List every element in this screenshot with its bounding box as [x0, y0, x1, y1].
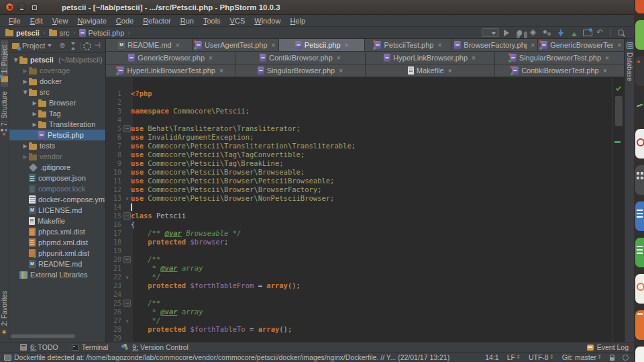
close-icon[interactable]: ×: [337, 54, 341, 62]
window-titlebar[interactable]: petscii - [~/lab/petscii] - .../src/Pets…: [0, 0, 634, 15]
hide-icon[interactable]: [93, 42, 102, 50]
editor-tab[interactable]: HyperLinkBrowser.php×: [366, 52, 495, 64]
project-hscrollbar-thumb[interactable]: [11, 334, 75, 338]
menu-item-window[interactable]: Window: [250, 17, 285, 25]
project-view-selector[interactable]: Project: [22, 42, 45, 50]
menu-item-refactor[interactable]: Refactor: [138, 17, 176, 25]
fold-marker-icon[interactable]: [123, 212, 131, 221]
editor-tab[interactable]: GenericBrowser.php×: [106, 52, 235, 64]
background-tasks-icon[interactable]: [623, 355, 629, 361]
tree-item[interactable]: vendor: [9, 151, 105, 162]
tree-item[interactable]: .gitignore: [9, 162, 105, 173]
editor-tab[interactable]: SingularBrowserTest.php×: [495, 52, 625, 64]
run-select-icon[interactable]: [482, 28, 499, 37]
tree-item[interactable]: phpunit.xml.dist: [9, 248, 105, 259]
editor-error-stripe[interactable]: [612, 77, 625, 342]
tree-item[interactable]: Transliteration: [9, 119, 105, 130]
tree-item[interactable]: Tag: [9, 108, 105, 119]
close-icon[interactable]: ×: [472, 54, 476, 62]
vcs-commit-icon[interactable]: [568, 28, 580, 38]
menu-item-vcs[interactable]: VCS: [225, 17, 250, 25]
fold-marker-icon[interactable]: [123, 299, 131, 308]
close-icon[interactable]: ×: [603, 67, 607, 75]
fold-marker-icon[interactable]: [123, 124, 131, 134]
breadcrumb-item[interactable]: src: [49, 29, 70, 37]
close-icon[interactable]: ×: [219, 67, 223, 75]
launcher-app-icon[interactable]: [635, 20, 644, 50]
editor-tab[interactable]: Makefile×: [366, 64, 495, 77]
editor-tab[interactable]: PetsciiTest.php×: [365, 39, 451, 51]
editor-tab[interactable]: README.md×: [106, 39, 193, 51]
editor-tab[interactable]: UserAgentTest.php×: [193, 39, 279, 51]
search-icon[interactable]: [615, 28, 627, 38]
launcher-app-icon[interactable]: [635, 310, 644, 340]
chevron-down-icon[interactable]: [21, 89, 29, 95]
close-icon[interactable]: ×: [437, 42, 441, 49]
close-icon[interactable]: ×: [209, 54, 213, 62]
menu-item-help[interactable]: Help: [285, 17, 310, 25]
fold-marker-icon[interactable]: [123, 255, 131, 265]
debug-icon[interactable]: [514, 28, 526, 38]
chevron-right-icon[interactable]: [21, 154, 29, 160]
launcher-app-icon[interactable]: [635, 56, 644, 86]
vcs-update-icon[interactable]: [554, 28, 566, 38]
menu-item-view[interactable]: View: [48, 17, 73, 25]
editor-tab[interactable]: ContikiBrowser.php×: [235, 52, 365, 64]
menu-item-file[interactable]: File: [4, 17, 25, 25]
tree-item[interactable]: Browser: [9, 97, 105, 108]
breadcrumb-item[interactable]: Petscii.php: [79, 29, 125, 37]
launcher-app-icon[interactable]: [635, 93, 644, 122]
launcher-app-icon[interactable]: [635, 0, 644, 13]
tool-stripe-button-project[interactable]: 1: Project: [1, 40, 8, 87]
close-icon[interactable]: ×: [345, 42, 349, 49]
tree-item[interactable]: docker-compose.yml: [9, 194, 105, 205]
close-icon[interactable]: ×: [272, 42, 276, 49]
tree-item[interactable]: phpmd.xml.dist: [9, 237, 105, 248]
undo-icon[interactable]: [594, 28, 606, 38]
tree-item[interactable]: petscii (~/lab/petscii): [9, 54, 105, 65]
close-window-icon[interactable]: [5, 3, 14, 11]
chevron-right-icon[interactable]: [21, 79, 29, 85]
menu-item-code[interactable]: Code: [111, 17, 138, 25]
tree-item[interactable]: phpcs.xml.dist: [9, 226, 105, 237]
profiler-icon[interactable]: [541, 28, 553, 38]
close-icon[interactable]: ×: [176, 42, 180, 49]
menu-item-navigate[interactable]: Navigate: [72, 17, 111, 25]
tree-item[interactable]: docker: [9, 76, 105, 87]
minimize-window-icon[interactable]: [17, 3, 26, 11]
editor-tab[interactable]: ContikiBrowserTest.php×: [495, 64, 625, 77]
close-icon[interactable]: ×: [448, 67, 452, 75]
tree-item[interactable]: External Libraries: [9, 269, 105, 280]
launcher-app-icon[interactable]: [635, 274, 644, 304]
launcher-app-icon[interactable]: [635, 347, 644, 362]
tree-item[interactable]: Petscii.php: [9, 130, 105, 140]
tree-item[interactable]: src: [9, 87, 105, 97]
encoding-selector[interactable]: UTF-8: [529, 353, 554, 361]
chevron-right-icon[interactable]: [21, 143, 29, 149]
collapse-icon[interactable]: [69, 42, 78, 50]
tree-item[interactable]: coverage: [9, 65, 105, 76]
launcher-app-icon[interactable]: [635, 129, 644, 159]
settings-icon[interactable]: [83, 42, 91, 50]
launcher-app-icon[interactable]: [635, 165, 644, 195]
line-ending-selector[interactable]: LF: [507, 353, 521, 361]
chevron-right-icon[interactable]: [31, 122, 38, 128]
chevron-right-icon[interactable]: [31, 100, 38, 106]
coverage-icon[interactable]: [527, 28, 539, 38]
tree-item[interactable]: composer.json: [9, 173, 105, 183]
editor-tab[interactable]: BrowserFactory.php×: [451, 39, 538, 51]
close-icon[interactable]: ×: [617, 42, 621, 49]
menu-item-run[interactable]: Run: [176, 17, 199, 25]
tree-item[interactable]: README.md: [9, 259, 105, 269]
run-icon[interactable]: [500, 28, 513, 38]
launcher-app-icon[interactable]: [635, 238, 644, 267]
menu-item-tools[interactable]: Tools: [199, 17, 225, 25]
maximize-window-icon[interactable]: [30, 3, 38, 11]
editor-tab[interactable]: Petscii.php×: [279, 39, 366, 51]
editor-tab[interactable]: GenericBrowserTest.php×: [538, 39, 625, 51]
tool-stripe-button-favorites[interactable]: 2: Favorites: [1, 286, 8, 341]
chevron-right-icon[interactable]: [31, 111, 38, 117]
editor-scrollbar-thumb[interactable]: [615, 96, 623, 126]
editor-tab[interactable]: SingularBrowser.php×: [235, 64, 365, 77]
code-editor[interactable]: 1<?php23namespace Commocore\Petscii;45us…: [106, 77, 612, 342]
